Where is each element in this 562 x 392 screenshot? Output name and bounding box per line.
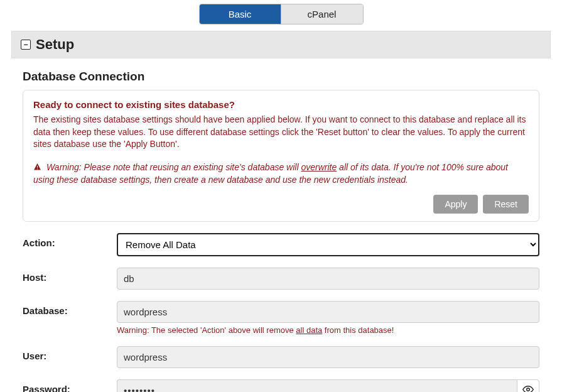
host-input[interactable]: [117, 268, 539, 290]
tab-basic[interactable]: Basic: [200, 4, 281, 24]
svg-rect-1: [37, 168, 38, 169]
notice-title: Ready to connect to existing sites datab…: [33, 99, 529, 110]
reset-button[interactable]: Reset: [483, 195, 529, 214]
svg-rect-0: [37, 166, 38, 168]
password-label: Password:: [23, 379, 117, 392]
toggle-password-visibility-button[interactable]: [517, 379, 539, 392]
user-input[interactable]: [117, 346, 539, 368]
action-select[interactable]: Remove All Data: [117, 233, 539, 256]
warning-icon: [33, 161, 41, 173]
database-warning: Warning: The selected 'Action' above wil…: [117, 325, 539, 335]
password-input[interactable]: [117, 379, 517, 392]
notice-warning-underline: overwrite: [301, 162, 337, 172]
action-label: Action:: [23, 233, 117, 248]
database-input[interactable]: [117, 301, 539, 323]
svg-point-2: [527, 388, 530, 391]
notice-box: Ready to connect to existing sites datab…: [23, 90, 539, 222]
collapse-icon[interactable]: −: [21, 40, 31, 50]
notice-text: The existing sites database settings sho…: [33, 114, 529, 151]
subsection-title: Database Connection: [23, 70, 539, 84]
eye-icon: [522, 384, 534, 392]
section-header: − Setup: [11, 31, 551, 58]
notice-warning: Warning: Please note that reusing an exi…: [33, 161, 529, 187]
top-tabs: Basic cPanel: [11, 4, 551, 24]
user-label: User:: [23, 346, 117, 361]
apply-button[interactable]: Apply: [433, 195, 478, 214]
tab-cpanel[interactable]: cPanel: [281, 4, 363, 24]
database-label: Database:: [23, 301, 117, 316]
notice-warning-prefix: Warning: Please note that reusing an exi…: [46, 162, 301, 172]
host-label: Host:: [23, 268, 117, 283]
section-title: Setup: [36, 36, 74, 53]
